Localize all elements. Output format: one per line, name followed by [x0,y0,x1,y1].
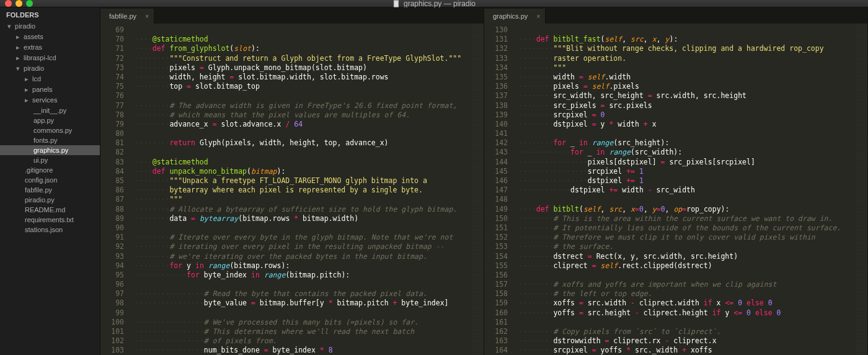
tab-fabfile[interactable]: fabfile.py × [100,9,154,24]
tree-item[interactable]: requirements.txt [0,215,100,225]
tree-item[interactable]: lcd [0,74,100,84]
tree-item[interactable]: fonts.py [0,135,100,145]
tree-item[interactable]: fabfile.py [0,185,100,195]
minimap-left[interactable] [472,24,484,355]
tabbar-left[interactable]: fabfile.py × [100,7,484,24]
tree-item[interactable]: ui.py [0,155,100,165]
editor-right[interactable]: 1301311321331341351361371381391401411421… [484,24,867,355]
code-left[interactable]: ····@staticmethod····def from_glyphslot(… [131,24,484,355]
svg-rect-0 [394,0,399,7]
editor-pane-left: fabfile.py × 697071727374757677787980818… [100,7,484,355]
tree-item[interactable]: extras [0,42,100,53]
code-right[interactable]: ····def bitblt_fast(self, src, x, y): ··… [515,24,867,355]
window-title-text: graphics.py — piradio [404,0,476,8]
tree-item[interactable]: commons.py [0,125,100,135]
tree-item[interactable]: .gitignore [0,165,100,175]
tree-item[interactable]: piradio [0,21,100,32]
tree-item[interactable]: graphics.py [0,145,100,155]
window-title: graphics.py — piradio [392,0,476,8]
sidebar[interactable]: FOLDERS piradio assets extras libraspi-l… [0,7,100,355]
tree-item[interactable]: app.py [0,115,100,125]
tab-close-icon[interactable]: × [536,13,540,20]
editor-left[interactable]: 6970717273747576777879808182838485868788… [100,24,484,355]
gutter-right: 1301311321331341351361371381391401411421… [484,24,515,355]
titlebar: graphics.py — piradio [0,0,868,7]
tab-label: graphics.py [493,12,528,20]
file-icon [392,0,400,7]
tree-item[interactable]: config.json [0,175,100,185]
tabbar-right[interactable]: graphics.py × [484,7,867,24]
tree-item[interactable]: panels [0,84,100,95]
tree-item[interactable]: stations.json [0,225,100,235]
window-controls [5,0,33,7]
tree-item[interactable]: piradio [0,63,100,74]
editor-pane-right: graphics.py × 13013113213313413513613713… [484,7,868,355]
folder-tree[interactable]: piradio assets extras libraspi-lcd pirad… [0,21,100,235]
tab-graphics[interactable]: graphics.py × [484,9,546,24]
tree-item[interactable]: README.md [0,205,100,215]
tree-item[interactable]: assets [0,32,100,42]
tab-label: fabfile.py [109,12,136,20]
tree-item[interactable]: piradio.py [0,195,100,205]
tab-close-icon[interactable]: × [145,13,149,20]
tree-item[interactable]: services [0,95,100,106]
zoom-window-button[interactable] [26,0,33,7]
minimize-window-button[interactable] [16,0,22,7]
minimap-right[interactable] [856,24,867,355]
gutter-left: 6970717273747576777879808182838485868788… [100,24,131,355]
sidebar-header: FOLDERS [0,7,100,21]
tree-item[interactable]: libraspi-lcd [0,53,100,63]
close-window-button[interactable] [5,0,12,7]
tree-item[interactable]: __init__.py [0,106,100,115]
